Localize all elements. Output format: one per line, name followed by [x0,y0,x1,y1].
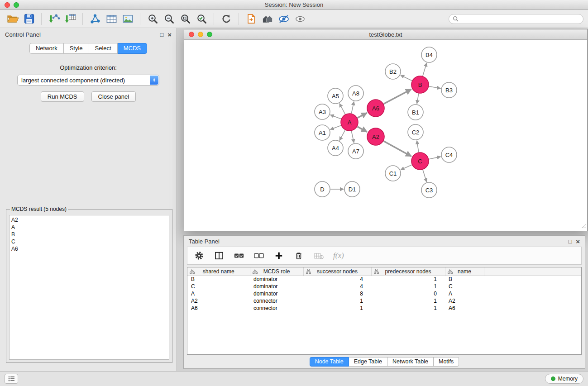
close-network-button[interactable] [189,32,194,37]
node-B3[interactable]: B3 [441,82,457,98]
resize-gripper-icon[interactable] [581,222,587,230]
edge-B-B1[interactable] [417,94,419,104]
tab-node-table[interactable]: Node Table [310,357,349,367]
toggle-bird-view-button[interactable] [292,12,308,26]
column-header-shared-name[interactable]: shared name [187,267,250,276]
node-B[interactable]: B [411,76,429,93]
clear-table-button[interactable] [313,250,324,262]
show-columns-button[interactable] [214,250,225,262]
column-header-predecessor-nodes[interactable]: predecessor nodes [371,267,445,276]
export-image-button[interactable] [120,12,136,26]
float-panel-icon[interactable]: □ [568,238,572,244]
mcds-result-item[interactable]: A [11,224,167,231]
zoom-out-button[interactable] [161,12,177,26]
refresh-button[interactable] [218,12,234,26]
node-B4[interactable]: B4 [421,47,437,62]
zoom-selected-button[interactable] [193,12,210,26]
open-session-button[interactable] [5,12,21,26]
float-panel-icon[interactable]: □ [160,32,163,38]
save-session-button[interactable] [21,12,37,26]
node-C1[interactable]: C1 [385,166,401,181]
home-button[interactable] [259,12,276,26]
import-table-button[interactable] [62,12,78,26]
tab-network-table[interactable]: Network Table [387,357,434,367]
run-mcds-button[interactable]: Run MCDS [41,91,84,102]
edge-C-C3[interactable] [423,170,426,182]
edge-C-C1[interactable] [401,165,412,170]
select-all-columns-button[interactable] [234,250,244,262]
node-C3[interactable]: C3 [421,182,437,198]
edge-A-A5[interactable] [339,104,345,114]
node-A7[interactable]: A7 [348,143,363,159]
node-A[interactable]: A [341,114,358,131]
table-row[interactable]: A6connector11A6 [187,305,581,312]
node-B1[interactable]: B1 [408,105,423,120]
column-header-MCDS-role[interactable]: MCDS role [250,267,303,276]
zoom-fit-button[interactable] [177,12,193,26]
node-C2[interactable]: C2 [408,124,423,140]
edge-B-B3[interactable] [429,86,441,89]
table-row[interactable]: Bdominator41B [187,276,581,283]
mcds-result-item[interactable]: B [11,231,167,238]
edge-A-A8[interactable] [351,102,354,114]
edge-A-A2[interactable] [358,127,367,132]
mcds-result-list[interactable]: A2ABCA6 [9,215,169,360]
new-table-button[interactable] [103,12,120,26]
node-A2[interactable]: A2 [367,128,384,145]
close-panel-icon[interactable]: × [167,32,172,38]
memory-button[interactable]: Memory [545,374,583,384]
node-A3[interactable]: A3 [315,104,330,119]
edge-A-A1[interactable] [330,125,341,129]
edge-A-A6[interactable] [358,113,367,118]
tab-motifs[interactable]: Motifs [434,357,459,367]
network-canvas[interactable]: B4B2BB3A5A8A6B1A3AA1C2A2A4A7C4C1CC3DD1 [184,40,587,231]
show-graphics-details-button[interactable] [276,12,292,26]
close-panel-button[interactable]: Close panel [91,91,136,102]
create-column-button[interactable] [273,250,284,262]
optimization-criterion-select[interactable]: largest connected component (directed) ▲… [17,75,159,86]
zoom-network-button[interactable] [207,32,212,37]
tab-edge-table[interactable]: Edge Table [349,357,387,367]
mcds-result-item[interactable]: C [11,238,167,245]
table-row[interactable]: Adominator80A [187,290,581,297]
edge-C-C2[interactable] [417,141,419,152]
edge-A2-C[interactable] [384,141,411,157]
tab-mcds[interactable]: MCDS [118,43,147,54]
column-header-successor-nodes[interactable]: successor nodes [303,267,371,276]
close-window-button[interactable] [5,2,10,8]
table-settings-button[interactable] [194,250,205,262]
zoom-in-button[interactable] [144,12,161,26]
delete-column-button[interactable] [293,250,304,262]
edge-B-B4[interactable] [423,63,427,76]
edge-A-A7[interactable] [351,131,354,143]
node-D1[interactable]: D1 [344,181,360,197]
node-A6[interactable]: A6 [367,100,384,117]
node-A8[interactable]: A8 [348,86,363,101]
column-header-name[interactable]: name [445,267,484,276]
node-C4[interactable]: C4 [441,147,457,162]
edge-A-A3[interactable] [330,115,341,119]
function-builder-button[interactable]: f(x) [333,250,344,262]
table-row[interactable]: Cdominator41C [187,283,581,290]
edge-A-A4[interactable] [339,130,345,141]
zoom-window-button[interactable] [14,2,19,8]
new-network-button[interactable] [87,12,103,26]
task-history-button[interactable] [5,374,18,384]
tab-style[interactable]: Style [64,43,89,54]
node-A5[interactable]: A5 [328,88,343,104]
edge-C-C4[interactable] [429,157,441,159]
node-B2[interactable]: B2 [385,64,401,79]
node-C[interactable]: C [411,152,429,170]
close-panel-icon[interactable]: × [576,238,580,244]
minimize-network-button[interactable] [198,32,203,37]
node-A4[interactable]: A4 [328,140,343,156]
tab-select[interactable]: Select [89,43,118,54]
node-A1[interactable]: A1 [315,125,330,140]
table-row[interactable]: A2connector11A2 [187,297,581,305]
node-D[interactable]: D [315,181,330,197]
tab-network[interactable]: Network [29,43,64,54]
mcds-result-item[interactable]: A2 [11,216,167,224]
import-session-button[interactable] [243,12,259,26]
edge-B-B2[interactable] [401,75,412,81]
deselect-all-columns-button[interactable] [253,250,264,262]
